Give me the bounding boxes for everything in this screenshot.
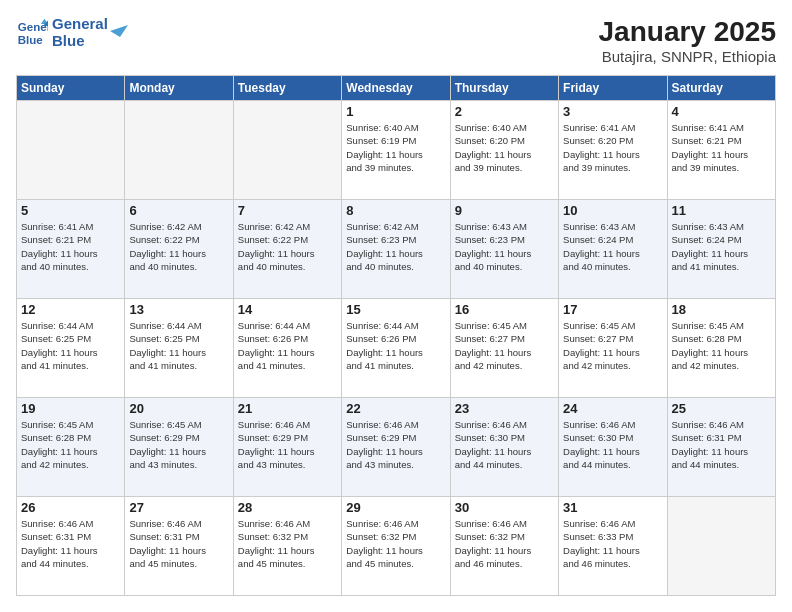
day-number: 20 — [129, 401, 228, 416]
day-number: 15 — [346, 302, 445, 317]
weekday-header: Thursday — [450, 76, 558, 101]
calendar-week-row: 12Sunrise: 6:44 AMSunset: 6:25 PMDayligh… — [17, 299, 776, 398]
calendar-cell: 30Sunrise: 6:46 AMSunset: 6:32 PMDayligh… — [450, 497, 558, 596]
calendar-cell — [667, 497, 775, 596]
logo-text-line1: General — [52, 16, 108, 33]
day-info: Sunrise: 6:42 AMSunset: 6:22 PMDaylight:… — [129, 220, 228, 273]
calendar-cell: 2Sunrise: 6:40 AMSunset: 6:20 PMDaylight… — [450, 101, 558, 200]
day-number: 22 — [346, 401, 445, 416]
weekday-header: Saturday — [667, 76, 775, 101]
logo-text-line2: Blue — [52, 33, 108, 50]
calendar-cell: 14Sunrise: 6:44 AMSunset: 6:26 PMDayligh… — [233, 299, 341, 398]
day-info: Sunrise: 6:43 AMSunset: 6:23 PMDaylight:… — [455, 220, 554, 273]
calendar-week-row: 5Sunrise: 6:41 AMSunset: 6:21 PMDaylight… — [17, 200, 776, 299]
weekday-header: Tuesday — [233, 76, 341, 101]
day-info: Sunrise: 6:46 AMSunset: 6:30 PMDaylight:… — [563, 418, 662, 471]
calendar-cell: 7Sunrise: 6:42 AMSunset: 6:22 PMDaylight… — [233, 200, 341, 299]
calendar-cell: 1Sunrise: 6:40 AMSunset: 6:19 PMDaylight… — [342, 101, 450, 200]
day-info: Sunrise: 6:46 AMSunset: 6:31 PMDaylight:… — [672, 418, 771, 471]
day-number: 14 — [238, 302, 337, 317]
calendar-cell: 25Sunrise: 6:46 AMSunset: 6:31 PMDayligh… — [667, 398, 775, 497]
calendar-cell: 12Sunrise: 6:44 AMSunset: 6:25 PMDayligh… — [17, 299, 125, 398]
day-info: Sunrise: 6:40 AMSunset: 6:19 PMDaylight:… — [346, 121, 445, 174]
calendar-table: SundayMondayTuesdayWednesdayThursdayFrid… — [16, 75, 776, 596]
calendar-cell: 23Sunrise: 6:46 AMSunset: 6:30 PMDayligh… — [450, 398, 558, 497]
day-number: 9 — [455, 203, 554, 218]
day-info: Sunrise: 6:46 AMSunset: 6:29 PMDaylight:… — [346, 418, 445, 471]
weekday-header: Friday — [559, 76, 667, 101]
day-number: 13 — [129, 302, 228, 317]
calendar-cell: 3Sunrise: 6:41 AMSunset: 6:20 PMDaylight… — [559, 101, 667, 200]
day-number: 11 — [672, 203, 771, 218]
day-info: Sunrise: 6:45 AMSunset: 6:27 PMDaylight:… — [455, 319, 554, 372]
day-info: Sunrise: 6:46 AMSunset: 6:30 PMDaylight:… — [455, 418, 554, 471]
day-info: Sunrise: 6:42 AMSunset: 6:22 PMDaylight:… — [238, 220, 337, 273]
calendar-cell: 22Sunrise: 6:46 AMSunset: 6:29 PMDayligh… — [342, 398, 450, 497]
day-number: 26 — [21, 500, 120, 515]
calendar-cell: 15Sunrise: 6:44 AMSunset: 6:26 PMDayligh… — [342, 299, 450, 398]
day-info: Sunrise: 6:41 AMSunset: 6:20 PMDaylight:… — [563, 121, 662, 174]
day-info: Sunrise: 6:45 AMSunset: 6:28 PMDaylight:… — [672, 319, 771, 372]
day-info: Sunrise: 6:45 AMSunset: 6:29 PMDaylight:… — [129, 418, 228, 471]
day-number: 16 — [455, 302, 554, 317]
day-number: 25 — [672, 401, 771, 416]
day-number: 5 — [21, 203, 120, 218]
day-number: 19 — [21, 401, 120, 416]
day-info: Sunrise: 6:46 AMSunset: 6:31 PMDaylight:… — [21, 517, 120, 570]
svg-text:Blue: Blue — [18, 33, 44, 45]
calendar-cell: 17Sunrise: 6:45 AMSunset: 6:27 PMDayligh… — [559, 299, 667, 398]
calendar-cell: 19Sunrise: 6:45 AMSunset: 6:28 PMDayligh… — [17, 398, 125, 497]
calendar-cell: 8Sunrise: 6:42 AMSunset: 6:23 PMDaylight… — [342, 200, 450, 299]
calendar-cell: 9Sunrise: 6:43 AMSunset: 6:23 PMDaylight… — [450, 200, 558, 299]
weekday-header: Wednesday — [342, 76, 450, 101]
day-number: 30 — [455, 500, 554, 515]
day-info: Sunrise: 6:46 AMSunset: 6:32 PMDaylight:… — [455, 517, 554, 570]
day-number: 7 — [238, 203, 337, 218]
svg-marker-4 — [110, 25, 128, 37]
day-info: Sunrise: 6:44 AMSunset: 6:25 PMDaylight:… — [21, 319, 120, 372]
day-number: 21 — [238, 401, 337, 416]
day-info: Sunrise: 6:43 AMSunset: 6:24 PMDaylight:… — [563, 220, 662, 273]
day-number: 4 — [672, 104, 771, 119]
day-info: Sunrise: 6:40 AMSunset: 6:20 PMDaylight:… — [455, 121, 554, 174]
title-area: January 2025 Butajira, SNNPR, Ethiopia — [599, 16, 776, 65]
calendar-week-row: 1Sunrise: 6:40 AMSunset: 6:19 PMDaylight… — [17, 101, 776, 200]
day-number: 6 — [129, 203, 228, 218]
calendar-cell: 4Sunrise: 6:41 AMSunset: 6:21 PMDaylight… — [667, 101, 775, 200]
calendar-cell: 26Sunrise: 6:46 AMSunset: 6:31 PMDayligh… — [17, 497, 125, 596]
day-info: Sunrise: 6:44 AMSunset: 6:26 PMDaylight:… — [346, 319, 445, 372]
calendar-header-row: SundayMondayTuesdayWednesdayThursdayFrid… — [17, 76, 776, 101]
weekday-header: Sunday — [17, 76, 125, 101]
day-number: 31 — [563, 500, 662, 515]
day-info: Sunrise: 6:45 AMSunset: 6:27 PMDaylight:… — [563, 319, 662, 372]
day-number: 28 — [238, 500, 337, 515]
calendar-cell: 29Sunrise: 6:46 AMSunset: 6:32 PMDayligh… — [342, 497, 450, 596]
day-number: 29 — [346, 500, 445, 515]
calendar-cell: 16Sunrise: 6:45 AMSunset: 6:27 PMDayligh… — [450, 299, 558, 398]
header: General Blue General Blue January 2025 B… — [16, 16, 776, 65]
day-number: 2 — [455, 104, 554, 119]
day-number: 24 — [563, 401, 662, 416]
day-info: Sunrise: 6:46 AMSunset: 6:33 PMDaylight:… — [563, 517, 662, 570]
day-info: Sunrise: 6:46 AMSunset: 6:32 PMDaylight:… — [238, 517, 337, 570]
day-number: 17 — [563, 302, 662, 317]
calendar-cell: 28Sunrise: 6:46 AMSunset: 6:32 PMDayligh… — [233, 497, 341, 596]
calendar-cell: 5Sunrise: 6:41 AMSunset: 6:21 PMDaylight… — [17, 200, 125, 299]
calendar-cell: 20Sunrise: 6:45 AMSunset: 6:29 PMDayligh… — [125, 398, 233, 497]
day-info: Sunrise: 6:45 AMSunset: 6:28 PMDaylight:… — [21, 418, 120, 471]
day-info: Sunrise: 6:41 AMSunset: 6:21 PMDaylight:… — [672, 121, 771, 174]
calendar-cell — [125, 101, 233, 200]
day-number: 1 — [346, 104, 445, 119]
day-info: Sunrise: 6:44 AMSunset: 6:25 PMDaylight:… — [129, 319, 228, 372]
calendar-cell — [17, 101, 125, 200]
calendar-cell: 21Sunrise: 6:46 AMSunset: 6:29 PMDayligh… — [233, 398, 341, 497]
page: General Blue General Blue January 2025 B… — [0, 0, 792, 612]
calendar-cell: 10Sunrise: 6:43 AMSunset: 6:24 PMDayligh… — [559, 200, 667, 299]
day-info: Sunrise: 6:46 AMSunset: 6:31 PMDaylight:… — [129, 517, 228, 570]
day-number: 8 — [346, 203, 445, 218]
day-number: 18 — [672, 302, 771, 317]
calendar-week-row: 19Sunrise: 6:45 AMSunset: 6:28 PMDayligh… — [17, 398, 776, 497]
calendar-cell — [233, 101, 341, 200]
subtitle: Butajira, SNNPR, Ethiopia — [599, 48, 776, 65]
calendar-cell: 13Sunrise: 6:44 AMSunset: 6:25 PMDayligh… — [125, 299, 233, 398]
